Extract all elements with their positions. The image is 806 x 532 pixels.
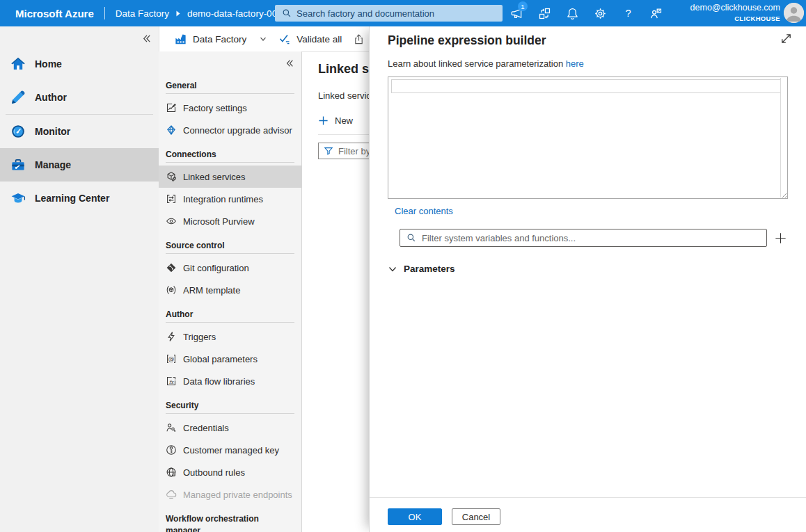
collapse-explorer-icon[interactable] [285,58,294,68]
fx-document-icon: fx [166,376,177,387]
search-icon-small [406,233,416,243]
azure-topbar: Microsoft Azure Data Factory demo-data-f… [0,0,806,26]
explorer-section-source-control: Source control Git configurationARM temp… [159,240,301,301]
help-question-button[interactable]: ? [614,0,642,26]
explorer-section-author: Author Triggers@Global parametersfxData … [159,309,301,392]
cancel-button[interactable]: Cancel [452,508,500,525]
svg-text:?: ? [625,8,631,19]
arm-template-icon [166,284,177,296]
home-icon [10,56,26,72]
breadcrumb-app[interactable]: Data Factory [116,8,169,19]
globe-icon [166,467,177,478]
new-button-label: New [335,115,353,126]
explorer-item-linked-services[interactable]: Linked services [159,166,301,188]
gauge-icon [10,124,26,139]
global-search-input[interactable]: Search factory and documentation [275,5,503,22]
account-org: CLICKHOUSE [690,13,780,24]
editor-scrollbar-track [780,78,781,198]
factory-selector[interactable]: Data Factory [174,33,267,46]
clear-contents-link[interactable]: Clear contents [395,206,453,216]
manage-explorer: General Factory settingsConnector upgrad… [159,51,302,532]
at-brackets-icon: @ [166,353,177,364]
explorer-item-global-parameters[interactable]: @Global parameters [159,348,301,370]
integration-runtimes-icon [166,193,177,204]
functions-filter-input[interactable]: Filter system variables and functions... [400,229,767,247]
explorer-item-integration-runtimes[interactable]: Integration runtimes [159,188,301,210]
functions-filter-placeholder: Filter system variables and functions... [422,233,576,243]
parameters-section-toggle[interactable]: Parameters [388,264,788,274]
explorer-section-connections: Connections Linked servicesIntegration r… [159,149,301,232]
explorer-item-customer-managed-key[interactable]: Customer managed key [159,439,301,461]
nav-item-author[interactable]: Author [0,81,159,114]
settings-gear-button[interactable] [586,0,614,26]
ok-button[interactable]: OK [388,508,442,525]
parameters-label: Parameters [404,264,455,274]
factory-icon [174,33,187,46]
pipeline-expression-builder-panel: Pipeline expression builder Learn about … [369,26,806,532]
filter-funnel-icon [324,146,333,156]
explorer-section-workflow-orchestration-manager: Workflow orchestration manager [159,513,301,532]
lightning-icon [166,331,177,342]
collapse-left-nav-icon[interactable] [141,33,152,44]
plus-icon [318,115,329,126]
expression-editor[interactable] [388,76,788,199]
breadcrumb-factory-name[interactable]: demo-data-factory-00 [187,8,277,19]
switch-directory-button[interactable] [530,0,558,26]
explorer-item-arm-template[interactable]: ARM template [159,279,301,301]
notifications-bell-button[interactable] [558,0,586,26]
chevron-down-icon [259,35,267,43]
diamond-icon [166,124,177,136]
nav-item-monitor[interactable]: Monitor [0,115,159,148]
explorer-item-connector-upgrade-advisor[interactable]: Connector upgrade advisor [159,119,301,141]
explorer-item-git-configuration[interactable]: Git configuration [159,257,301,279]
nav-item-learning-center[interactable]: Learning Center [0,182,159,215]
explorer-item-factory-settings[interactable]: Factory settings [159,97,301,119]
toolbox-icon [10,157,26,172]
account-email: demo@clickhouse.com [690,3,780,13]
feedback-person-button[interactable] [642,0,670,26]
editor-current-line [391,79,781,93]
search-icon [282,8,292,18]
avatar[interactable] [784,3,804,23]
svg-text:@: @ [168,355,175,362]
key-circle-icon [166,444,177,456]
explorer-item-managed-private-endpoints[interactable]: Managed private endpoints [159,483,301,506]
graduation-cap-icon [10,191,26,206]
nav-item-manage[interactable]: Manage [0,148,159,182]
explorer-section-general: General Factory settingsConnector upgrad… [159,80,301,141]
nav-item-home[interactable]: Home [0,47,159,81]
filter-placeholder: Filter by [338,146,370,156]
global-search-placeholder: Search factory and documentation [297,8,434,19]
notification-badge: 1 [518,1,528,11]
chevron-down-icon [388,264,397,274]
validate-all-button[interactable]: Validate all [278,33,342,45]
left-nav: HomeAuthorMonitorManageLearning Center [0,26,159,532]
expand-panel-icon[interactable] [780,32,793,45]
explorer-item-triggers[interactable]: Triggers [159,325,301,348]
panel-title: Pipeline expression builder [388,26,788,48]
account-info[interactable]: demo@clickhouse.com CLICKHOUSE [690,3,780,24]
azure-brand: Microsoft Azure [15,8,94,19]
panel-footer: OK Cancel [370,497,806,532]
announcements-button[interactable]: 1 [503,0,530,26]
editor-resize-handle[interactable] [780,191,787,198]
explorer-item-microsoft-purview[interactable]: Microsoft Purview [159,210,301,232]
publish-icon[interactable] [353,33,365,45]
person-key-icon [166,422,177,433]
topbar-divider [104,7,105,19]
explorer-item-data-flow-libraries[interactable]: fxData flow libraries [159,370,301,392]
learn-here-link[interactable]: here [566,58,584,69]
cloud-endpoint-icon [166,489,177,500]
git-icon [166,262,177,273]
validate-icon [278,33,291,45]
add-icon[interactable] [773,231,788,245]
explorer-item-outbound-rules[interactable]: Outbound rules [159,461,301,483]
validate-all-label: Validate all [297,34,342,45]
svg-text:fx: fx [169,380,175,385]
factory-selector-label: Data Factory [193,34,246,45]
pencil-icon [10,90,26,105]
eye-icon [166,216,177,227]
linked-services-icon [166,171,177,182]
factory-settings-icon [166,102,177,113]
explorer-item-credentials[interactable]: Credentials [159,417,301,439]
